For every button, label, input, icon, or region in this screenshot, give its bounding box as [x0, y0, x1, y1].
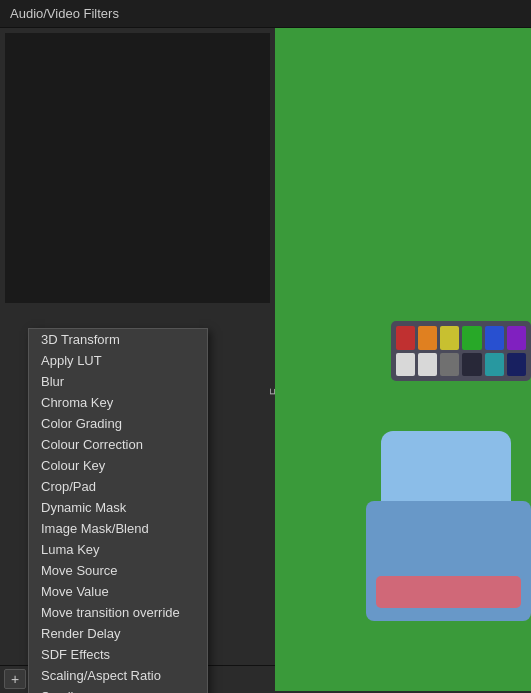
btn-darkgray — [462, 353, 481, 377]
menu-item-scroll[interactable]: Scroll — [29, 686, 207, 693]
title-bar: Audio/Video Filters — [0, 0, 531, 28]
menu-item-blur[interactable]: Blur — [29, 371, 207, 392]
menu-item-apply-lut[interactable]: Apply LUT — [29, 350, 207, 371]
btn-navy — [507, 353, 526, 377]
menu-item-scaling[interactable]: Scaling/Aspect Ratio — [29, 665, 207, 686]
menu-item-move-transition[interactable]: Move transition override — [29, 602, 207, 623]
menu-item-sdf-effects[interactable]: SDF Effects — [29, 644, 207, 665]
dropdown-menu: 3D Transform Apply LUT Blur Chroma Key C… — [28, 328, 208, 693]
menu-item-3d-transform[interactable]: 3D Transform — [29, 329, 207, 350]
menu-item-colour-key[interactable]: Colour Key — [29, 455, 207, 476]
menu-item-move-source[interactable]: Move Source — [29, 560, 207, 581]
menu-item-render-delay[interactable]: Render Delay — [29, 623, 207, 644]
btn-yellow — [440, 326, 459, 350]
title-label: Audio/Video Filters — [10, 6, 119, 21]
menu-item-dynamic-mask[interactable]: Dynamic Mask — [29, 497, 207, 518]
btn-purple — [507, 326, 526, 350]
bottom-control — [376, 576, 521, 608]
btn-white2 — [418, 353, 437, 377]
menu-item-crop-pad[interactable]: Crop/Pad — [29, 476, 207, 497]
filter-preview — [5, 33, 270, 303]
btn-orange — [418, 326, 437, 350]
btn-red — [396, 326, 415, 350]
btn-blue — [485, 326, 504, 350]
btn-gray — [440, 353, 459, 377]
left-panel: E 3D Transform Apply LUT Blur Chroma Key… — [0, 28, 275, 691]
add-filter-button[interactable]: + — [4, 669, 26, 689]
main-area: E 3D Transform Apply LUT Blur Chroma Key… — [0, 28, 531, 691]
control-panel — [391, 321, 531, 381]
btn-green — [462, 326, 481, 350]
menu-item-move-value[interactable]: Move Value — [29, 581, 207, 602]
menu-item-image-mask-blend[interactable]: Image Mask/Blend — [29, 518, 207, 539]
btn-teal — [485, 353, 504, 377]
menu-item-color-grading[interactable]: Color Grading — [29, 413, 207, 434]
btn-white — [396, 353, 415, 377]
right-panel — [275, 28, 531, 691]
menu-item-luma-key[interactable]: Luma Key — [29, 539, 207, 560]
menu-item-colour-correction[interactable]: Colour Correction — [29, 434, 207, 455]
menu-item-chroma-key[interactable]: Chroma Key — [29, 392, 207, 413]
